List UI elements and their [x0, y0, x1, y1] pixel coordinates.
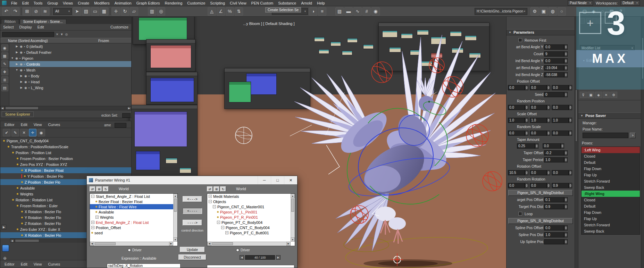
- spinner-arrows-icon[interactable]: [547, 118, 550, 123]
- scroll-right-icon[interactable]: ▶: [169, 242, 173, 246]
- modifier-list-dropdown[interactable]: Modifier List ▾: [580, 45, 635, 51]
- column-frozen[interactable]: Frozen: [98, 39, 109, 43]
- spinner-arrows-icon[interactable]: [547, 170, 550, 175]
- menu-arnold[interactable]: Arnold: [299, 1, 315, 5]
- eye-icon[interactable]: ◉: [24, 80, 27, 84]
- minimize-button[interactable]: ─: [258, 176, 271, 184]
- node-editor-window[interactable]: [129, 105, 198, 181]
- spin-up-icon[interactable]: [526, 184, 528, 185]
- spin-up-icon[interactable]: [565, 233, 567, 235]
- spinner-field[interactable]: 0.0: [530, 131, 547, 136]
- menu-animation[interactable]: Animation: [112, 1, 134, 5]
- explorer-row-controls[interactable]: ▶◉▪Controls: [9, 61, 131, 67]
- spin-down-icon[interactable]: [561, 146, 563, 148]
- expand-arrow-icon[interactable]: ▼: [15, 68, 18, 72]
- track-row-position-position-list[interactable]: Position : Position List: [0, 150, 131, 156]
- spin-down-icon[interactable]: [565, 47, 567, 49]
- pane-vscrollbar[interactable]: ▲ ▼: [173, 194, 177, 242]
- wiring-row-seed[interactable]: seed: [90, 230, 177, 235]
- graph-node[interactable]: [179, 168, 191, 173]
- column-name[interactable]: Name (Sorted Ascending): [8, 39, 48, 43]
- spinner-arrows-icon[interactable]: [564, 58, 568, 64]
- maximize-button[interactable]: □: [271, 176, 284, 184]
- explorer-row-pigeon[interactable]: ▼◉▪Pigeon: [9, 55, 131, 61]
- menu-tools[interactable]: Tools: [31, 1, 45, 5]
- undo-icon[interactable]: ↶: [2, 7, 10, 16]
- spinner-arrows-icon[interactable]: [569, 118, 572, 123]
- curve-menu-edit[interactable]: Edit: [21, 123, 27, 127]
- spin-down-icon[interactable]: [565, 68, 567, 69]
- node-editor-window[interactable]: [146, 72, 198, 105]
- spinner-field[interactable]: 1.0: [530, 118, 547, 123]
- window-titlebar[interactable]: [129, 105, 197, 109]
- eye-icon[interactable]: ◉: [20, 68, 23, 72]
- expand-tree-icon[interactable]: ⊞: [96, 186, 102, 192]
- spinner-field[interactable]: 0.0: [508, 131, 525, 136]
- spin-down-icon[interactable]: [569, 133, 571, 135]
- parameters-rollout-header[interactable]: ▼ Parameters: [507, 29, 575, 35]
- node-editor-window[interactable]: [224, 68, 310, 109]
- select-object-icon[interactable]: ➤: [73, 7, 81, 16]
- menu-create[interactable]: Create: [75, 1, 92, 5]
- spin-down-icon[interactable]: [565, 235, 567, 236]
- rendered-frame-icon[interactable]: ▣: [540, 7, 548, 16]
- close-button[interactable]: ✕: [284, 176, 297, 184]
- command-tab-icon[interactable]: [599, 18, 604, 24]
- spin-down-icon[interactable]: [569, 173, 571, 174]
- wiring-row-start-bend-angle-z-float-list[interactable]: −Start_Bend_Angle_Z : Float List: [90, 194, 177, 199]
- window-titlebar[interactable]: [147, 72, 197, 76]
- columns-icon[interactable]: ▤: [1, 84, 8, 91]
- scroll-left-icon[interactable]: ◀: [90, 242, 94, 246]
- lock-keys-icon[interactable]: ✔: [3, 129, 10, 136]
- spin-down-icon[interactable]: [565, 242, 567, 243]
- expand-arrow-icon[interactable]: ▶: [15, 51, 18, 54]
- spinner-field[interactable]: 0.9: [544, 204, 564, 209]
- expander-icon[interactable]: −: [221, 226, 224, 229]
- scroll-left-icon[interactable]: ◀: [10, 239, 14, 243]
- spin-up-icon[interactable]: [569, 184, 571, 185]
- spin-up-icon[interactable]: [565, 198, 567, 200]
- spin-down-icon[interactable]: [569, 186, 571, 187]
- selection-filter-dropdown[interactable]: All▾: [53, 8, 72, 15]
- curve-footer-menu-edit[interactable]: Edit: [21, 262, 27, 266]
- spin-down-icon[interactable]: [526, 173, 528, 174]
- spinner-arrows-icon[interactable]: [564, 204, 568, 209]
- driver-right-radio[interactable]: Driver: [236, 248, 250, 252]
- spinner-arrows-icon[interactable]: [569, 170, 572, 175]
- expand-tree-icon[interactable]: ⊞: [214, 186, 219, 192]
- spin-down-icon[interactable]: [565, 160, 567, 161]
- wiring-row-available[interactable]: Available: [90, 209, 177, 215]
- spin-down-icon[interactable]: [569, 120, 571, 122]
- scrollbar-thumb[interactable]: [212, 242, 233, 245]
- spin-down-icon[interactable]: [526, 186, 528, 187]
- spin-up-icon[interactable]: [526, 132, 528, 133]
- render-icon[interactable]: ◍: [549, 7, 557, 16]
- spinner-field[interactable]: 0.25: [517, 143, 535, 149]
- expander-icon[interactable]: +: [95, 216, 99, 219]
- spin-down-icon[interactable]: [536, 146, 538, 148]
- configure-modifier-sets-icon[interactable]: ⚙: [610, 92, 617, 98]
- spin-up-icon[interactable]: [547, 184, 550, 185]
- spin-up-icon[interactable]: [547, 132, 550, 133]
- filter-icon[interactable]: ▼: [60, 33, 64, 36]
- graph-node[interactable]: [410, 50, 422, 55]
- select-link-icon[interactable]: ⊞: [23, 7, 31, 16]
- show-end-result-icon[interactable]: ▣: [587, 92, 594, 98]
- pose-item-stretch-forward[interactable]: Stretch Forward: [582, 222, 640, 228]
- pose-item-flap-up[interactable]: Flap Up: [582, 216, 640, 222]
- track-row-x-position-bezier-float[interactable]: X Position : Bezier Float: [0, 167, 131, 173]
- tab-ribbon[interactable]: Ribbon: [1, 19, 19, 24]
- page-next-icon[interactable]: ▶: [276, 255, 281, 260]
- graph-node[interactable]: [314, 37, 325, 42]
- graph-node[interactable]: [420, 61, 432, 66]
- explorer-footer-tab[interactable]: Scene Explorer: [2, 111, 34, 117]
- window-crossing-icon[interactable]: ▦: [100, 7, 108, 16]
- parameters-vscrollbar[interactable]: [575, 17, 578, 268]
- fragment-field[interactable]: [115, 123, 126, 128]
- eye-icon[interactable]: ◉: [20, 51, 23, 54]
- viewport-layout-icon[interactable]: ▢: [580, 7, 589, 16]
- spin-down-icon[interactable]: [526, 88, 528, 89]
- expand-arrow-icon[interactable]: ▶: [15, 62, 18, 66]
- menu-group[interactable]: Group: [45, 1, 60, 5]
- menu-scripting[interactable]: Scripting: [208, 1, 227, 5]
